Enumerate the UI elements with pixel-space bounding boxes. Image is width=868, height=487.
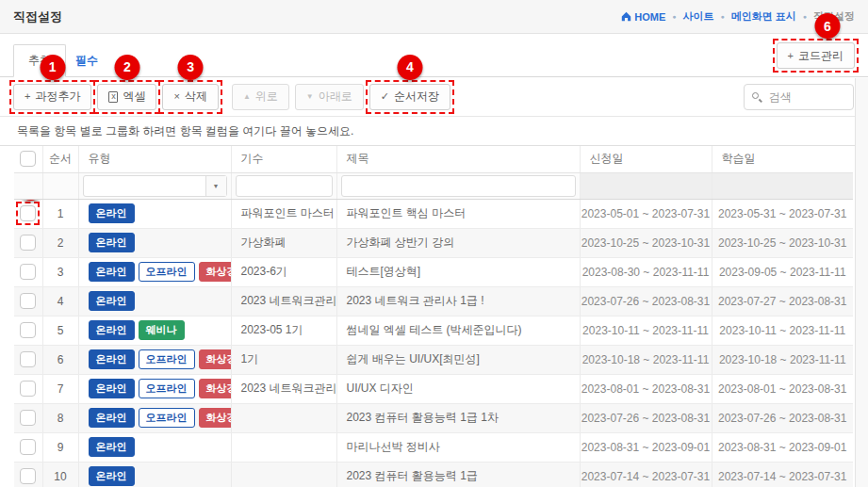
type-cell: 온라인: [78, 462, 231, 487]
badge-webinar: 웨비나: [139, 320, 185, 340]
table-row: 51온라인파워포인트 마스터 1기파워포인트 핵심 마스터2023-05-01 …: [14, 199, 853, 228]
table-row: 9온라인마리나선박 정비사2023-08-31 ~ 2023-09-012023…: [14, 432, 853, 462]
breadcrumb-home-link[interactable]: HOME: [621, 11, 665, 23]
badge-online: 온라인: [89, 349, 135, 369]
row-checkbox[interactable]: [20, 351, 36, 367]
type-cell: 온라인오프라인화상강의웨비나: [78, 345, 231, 374]
column-header-title[interactable]: 제목: [336, 146, 580, 172]
excel-label: 엑셀: [123, 89, 145, 105]
excel-button[interactable]: 엑셀: [97, 84, 156, 110]
row-checkbox[interactable]: [20, 410, 36, 426]
move-down-button[interactable]: ▼ 아래로: [295, 84, 364, 110]
table-row: 4온라인2023 네트워크관리사 1기2023 네트워크 관리사 1급 !202…: [14, 286, 853, 316]
column-header-order[interactable]: 순서: [42, 146, 78, 172]
cohort-cell: 2023-05 1기: [231, 316, 336, 345]
title-cell: 2023 네트워크 관리사 1급 !: [336, 286, 580, 316]
scrollbar[interactable]: [855, 78, 868, 487]
badge-online: 온라인: [89, 262, 135, 282]
breadcrumb-separator-icon: ●: [672, 13, 676, 20]
order-cell: 3: [42, 257, 78, 286]
apply-date-cell: 2023-10-18 ~ 2023-11-11: [580, 345, 712, 374]
badge-online: 온라인: [89, 291, 135, 311]
row-checkbox[interactable]: [20, 468, 36, 484]
apply-date-cell: 2023-08-01 ~ 2023-08-31: [580, 374, 712, 403]
type-cell: 온라인오프라인화상강의: [78, 374, 231, 403]
title-cell: 테스트[영상혁]: [336, 257, 580, 286]
row-checkbox[interactable]: [20, 381, 36, 397]
page-title: 직접설정: [13, 8, 62, 25]
delete-button[interactable]: × 삭제: [162, 84, 218, 110]
column-header-type[interactable]: 유형: [78, 146, 231, 172]
study-date-cell: 2023-07-27 ~ 2023-08-31: [712, 286, 853, 316]
title-cell: 파워포인트 핵심 마스터: [336, 199, 580, 228]
caret-down-icon[interactable]: ▼: [205, 176, 226, 196]
annotation-badge-4: 4: [397, 55, 422, 80]
code-manage-button[interactable]: + 코드관리: [777, 42, 855, 69]
apply-date-cell: 2023-10-25 ~ 2023-10-31: [580, 228, 712, 257]
study-date-cell: 2023-09-05 ~ 2023-11-11: [712, 257, 853, 286]
order-cell: 1: [42, 199, 78, 228]
study-date-cell: 2023-08-31 ~ 2023-09-01: [712, 432, 853, 462]
row-checkbox[interactable]: [20, 322, 36, 338]
study-date-cell: 2023-10-11 ~ 2023-11-11: [712, 316, 853, 345]
column-header-study-date[interactable]: 학습일: [712, 146, 853, 172]
order-cell: 10: [42, 462, 78, 487]
type-cell: 온라인: [78, 286, 231, 316]
breadcrumb-main-display-link[interactable]: 메인화면 표시: [731, 9, 796, 24]
badge-video: 화상강의: [199, 408, 232, 428]
type-filter-value: [84, 176, 205, 196]
order-cell: 7: [42, 374, 78, 403]
add-course-button[interactable]: + 과정추가: [13, 84, 91, 110]
cohort-filter-input[interactable]: [236, 175, 333, 197]
study-date-cell: 2023-08-01 ~ 2023-08-31: [712, 374, 853, 403]
cohort-cell: 파워포인트 마스터 1기: [231, 199, 336, 228]
cohort-cell: 2023 네트워크관리사 1기: [231, 286, 336, 316]
tab-required[interactable]: 필수: [66, 45, 107, 76]
select-all-checkbox[interactable]: [20, 151, 36, 167]
topbar: 직접설정 HOME ● 사이트 ● 메인화면 표시 ● 직접설정: [0, 0, 868, 34]
column-header-cohort[interactable]: 기수: [231, 146, 336, 172]
table-row: 10온라인2023 컴퓨터 활용능력 1급2023-07-14 ~ 2023-0…: [14, 462, 853, 487]
annotation-badge-1: 1: [40, 55, 65, 80]
cohort-cell: 가상화폐: [231, 228, 336, 257]
plus-icon: +: [25, 91, 30, 102]
type-filter-select[interactable]: ▼: [83, 175, 227, 197]
badge-offline: 오프라인: [139, 379, 195, 398]
search-input[interactable]: [744, 84, 854, 110]
move-up-button[interactable]: ▲ 위로: [232, 84, 289, 110]
row-checkbox[interactable]: [20, 439, 36, 455]
badge-video: 화상강의: [199, 379, 232, 398]
title-cell: 2023 컴퓨터 활용능력 1급: [336, 462, 580, 487]
cohort-cell: 1기: [231, 345, 336, 374]
apply-date-cell: 2023-07-14 ~ 2023-07-31: [580, 462, 712, 487]
order-cell: 5: [42, 316, 78, 345]
badge-online: 온라인: [89, 437, 135, 457]
badge-online: 온라인: [89, 320, 135, 340]
save-order-label: 순서저장: [394, 89, 439, 105]
cohort-cell: 2023 네트워크관리사 1기: [231, 374, 336, 403]
title-cell: 가상화폐 상반기 강의: [336, 228, 580, 257]
row-checkbox[interactable]: [20, 235, 36, 251]
save-order-button[interactable]: ✓ 순서저장: [369, 84, 450, 110]
row-checkbox[interactable]: [20, 205, 36, 221]
row-checkbox[interactable]: [20, 264, 36, 280]
badge-online: 온라인: [89, 203, 135, 223]
type-cell: 온라인웨비나: [78, 316, 231, 345]
row-checkbox[interactable]: [20, 293, 36, 309]
badge-video: 화상강의: [199, 349, 232, 369]
cohort-cell: [231, 432, 336, 462]
toolbar: + 과정추가 1 엑셀 2 × 삭제 3 ▲ 위로 ▼ 아래로 ✓ 순서저장 4: [0, 77, 868, 117]
column-header-apply-date[interactable]: 신청일: [580, 146, 712, 172]
triangle-down-icon: ▼: [306, 93, 314, 101]
title-cell: UI/UX 디자인: [336, 374, 580, 403]
type-cell: 온라인: [78, 199, 231, 228]
title-cell: 썸네일 엑셀 테스트 (박세준입니다): [336, 316, 580, 345]
title-cell: 쉽게 배우는 UI/UX[최민성]: [336, 345, 580, 374]
breadcrumb-site-link[interactable]: 사이트: [682, 9, 713, 24]
title-filter-input[interactable]: [341, 175, 576, 197]
apply-date-cell: 2023-10-11 ~ 2023-11-11: [580, 316, 712, 345]
study-date-cell: 2023-07-14 ~ 2023-07-31: [712, 462, 853, 487]
annotation-badge-3: 3: [178, 55, 204, 80]
badge-video: 화상강의: [199, 262, 232, 282]
x-icon: ×: [173, 91, 179, 102]
